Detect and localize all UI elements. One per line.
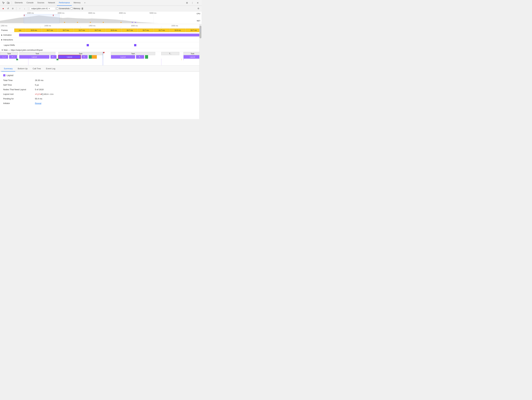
memory-checkbox[interactable] (71, 7, 73, 10)
more-options-icon[interactable]: ⋮ (190, 1, 195, 5)
cursor-icon[interactable] (1, 1, 6, 5)
task-top-6[interactable]: Task (184, 52, 202, 55)
red-marker (103, 52, 105, 54)
pending-key: Pending for (3, 98, 35, 100)
memory-checkbox-label[interactable]: Memory (71, 7, 80, 10)
svg-text:5000 ms: 5000 ms (150, 12, 156, 14)
initiator-reveal-link[interactable]: Reveal (35, 102, 41, 105)
record-icon[interactable]: ● (1, 7, 5, 11)
main-thread-tasks: Task Task Task Task T... Task L...t P...… (0, 52, 202, 66)
subtask-layout3[interactable]: Layout (184, 55, 202, 59)
subtask-lt[interactable]: L...t (0, 55, 8, 59)
main-thread-header: ▼ Main — https://output.jsbin.com/elisum… (0, 48, 202, 52)
tab-call-tree[interactable]: Call Tree (30, 66, 44, 72)
subtask-p2[interactable]: P... (51, 55, 57, 59)
frame-cell-4[interactable]: 16.7 ms (74, 29, 90, 32)
tab-sources[interactable]: Sources (35, 0, 46, 6)
summary-row-nodes: Nodes That Need Layout 5 of 1618 (3, 88, 198, 91)
total-time-key: Total Time (3, 79, 35, 81)
purple-tick (184, 59, 184, 60)
dotted-line-3 (161, 59, 161, 66)
tab-event-log[interactable]: Event Log (44, 66, 58, 72)
download-icon[interactable]: ↓ (23, 7, 26, 11)
frame-cell-8[interactable]: 16.7 ms (138, 29, 154, 32)
tabs-right-actions: ⚙ ⋮ ✕ (185, 1, 200, 5)
layout-shifts-row: Layout Shifts (0, 42, 202, 48)
self-time-key: Self Time (3, 84, 35, 86)
url-selector-label: output.jsbin.com #1 (31, 7, 48, 10)
subtask-p4[interactable]: P... (136, 55, 144, 59)
perf-settings-icon[interactable]: ⚙ (196, 7, 200, 11)
screenshots-label: Screenshots (59, 7, 70, 10)
task-top-5[interactable]: T... (161, 52, 179, 55)
screenshots-checkbox-label[interactable]: Screenshots (56, 7, 70, 10)
frames-cells: ms 16.6 ms 16.7 ms 16.7 ms 16.7 ms 16.7 … (14, 28, 202, 32)
frame-cell-10[interactable]: 16.6 ms (170, 29, 186, 32)
tab-memory[interactable]: Memory (72, 0, 82, 6)
trash-icon[interactable]: 🗑 (81, 7, 84, 10)
tab-summary[interactable]: Summary (1, 66, 15, 72)
dotted-line-1 (28, 59, 28, 66)
animation-label[interactable]: ▶ Animation (0, 34, 19, 36)
frame-cell-3[interactable]: 16.7 ms (58, 29, 74, 32)
self-time-val: 5 μs (35, 84, 39, 86)
screenshots-checkbox[interactable] (56, 7, 58, 10)
layout-shifts-label: Layout Shifts (0, 44, 19, 46)
nodes-val: 5 of 1618 (35, 88, 44, 91)
frame-cell-2[interactable]: 16.7 ms (42, 29, 58, 32)
frame-cell-11[interactable]: 16.7 ms (186, 29, 202, 32)
settings-icon[interactable]: ⚙ (185, 1, 189, 5)
tab-network[interactable]: Network (46, 0, 57, 6)
subtask-pt1[interactable]: P...t (9, 55, 17, 59)
frame-cell-6[interactable]: 16.6 ms (106, 29, 122, 32)
url-selector[interactable]: output.jsbin.com #1 ▾ (30, 7, 55, 10)
frame-cell-9[interactable]: 16.7 ms (154, 29, 170, 32)
clear-icon[interactable]: ⊘ (11, 7, 15, 11)
ruler-ticks (0, 27, 202, 28)
summary-title-text: Layout (7, 74, 13, 77)
task-top-1[interactable]: Task (0, 52, 18, 55)
frame-cell-5[interactable]: 16.7 ms (90, 29, 106, 32)
subtask-layout2[interactable]: Layout (111, 55, 135, 59)
subtask-layout-selected[interactable]: Layout (58, 55, 81, 59)
task-top-2[interactable]: Task (19, 52, 56, 55)
subtask-layout1[interactable]: Layout (19, 55, 50, 59)
reload-record-icon[interactable]: ↺ (6, 7, 10, 11)
perf-toolbar: ● ↺ ⊘ ↑ ↓ output.jsbin.com #1 ▾ Screensh… (0, 6, 202, 12)
layout-root-key: Layout root (3, 93, 35, 95)
net-label: NET (197, 20, 200, 22)
task-top-3[interactable]: Task (58, 52, 103, 55)
green-bar-3 (89, 55, 92, 59)
svg-point-16 (77, 22, 78, 23)
layout-shift-1[interactable] (87, 44, 89, 46)
subtask-p3[interactable]: P... (82, 55, 88, 59)
tab-console[interactable]: Console (25, 0, 35, 6)
tab-bottom-up[interactable]: Bottom-Up (15, 66, 30, 72)
orange-tick (181, 59, 182, 60)
tab-performance[interactable]: Performance (57, 0, 72, 6)
frame-cell-0[interactable]: ms (14, 29, 26, 32)
svg-rect-14 (24, 14, 59, 23)
svg-rect-0 (7, 2, 8, 4)
url-selector-arrow: ▾ (49, 7, 50, 10)
overview-chart[interactable]: 1000 ms 2000 ms 3000 ms 4000 ms 5000 ms (0, 12, 194, 24)
layout-shift-2[interactable] (134, 44, 136, 46)
ruler-label-4: 1550 ms (171, 25, 178, 27)
green-tick-1 (16, 59, 18, 60)
toolbar-sep-1 (16, 7, 16, 10)
frame-cell-7[interactable]: 16.7 ms (122, 29, 138, 32)
scrollbar[interactable] (199, 24, 202, 119)
scrollbar-thumb[interactable] (200, 26, 201, 38)
frame-cell-1[interactable]: 16.6 ms (26, 29, 42, 32)
close-icon[interactable]: ✕ (196, 1, 200, 5)
task-top-4[interactable]: Task (111, 52, 155, 55)
svg-point-18 (103, 22, 104, 23)
svg-point-20 (132, 22, 133, 23)
interactions-label[interactable]: ▶ Interactions (0, 39, 19, 41)
tab-elements[interactable]: Elements (13, 0, 25, 6)
tab-more[interactable]: » (82, 0, 87, 6)
device-toggle-icon[interactable] (6, 1, 11, 5)
frames-label: Frames (0, 29, 14, 31)
upload-icon[interactable]: ↑ (18, 7, 22, 11)
nodes-key: Nodes That Need Layout (3, 88, 35, 91)
